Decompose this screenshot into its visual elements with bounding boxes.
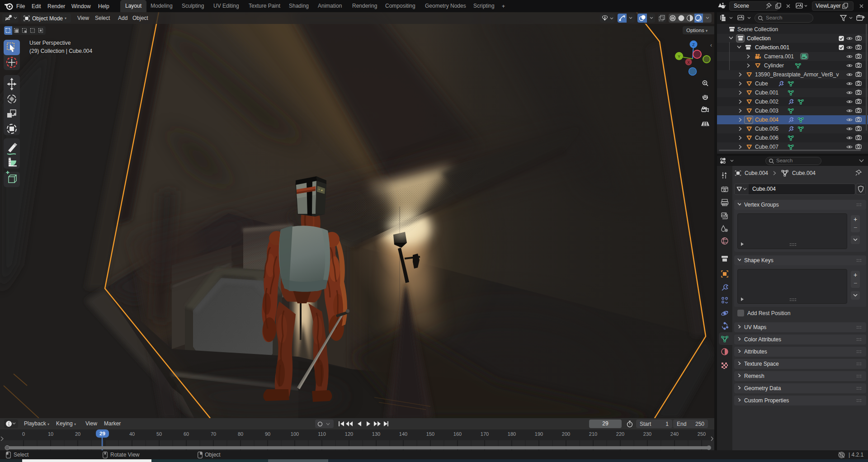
svg-text:200: 200 (562, 431, 570, 437)
svg-text:120: 120 (345, 431, 353, 437)
svg-text:20: 20 (75, 431, 80, 437)
svg-text:180: 180 (508, 431, 516, 437)
svg-text:90: 90 (265, 431, 270, 437)
svg-text:Z: Z (692, 42, 695, 47)
svg-text:190: 190 (535, 431, 543, 437)
svg-text:50: 50 (156, 431, 162, 437)
svg-text:220: 220 (616, 431, 624, 437)
svg-text:60: 60 (184, 431, 189, 437)
svg-text:Y: Y (678, 54, 680, 59)
svg-text:110: 110 (318, 431, 326, 437)
svg-text:230: 230 (643, 431, 651, 437)
svg-text:0: 0 (22, 431, 25, 437)
svg-text:100: 100 (291, 431, 299, 437)
svg-text:250: 250 (698, 431, 706, 437)
svg-text:29: 29 (99, 431, 105, 436)
svg-text:10: 10 (48, 431, 53, 437)
svg-text:170: 170 (481, 431, 489, 437)
svg-text:150: 150 (426, 431, 434, 437)
svg-text:210: 210 (589, 431, 597, 437)
svg-text:130: 130 (372, 431, 380, 437)
svg-text:240: 240 (670, 431, 679, 437)
svg-text:70: 70 (211, 431, 216, 437)
svg-text:160: 160 (453, 431, 462, 437)
svg-text:140: 140 (399, 431, 407, 437)
svg-text:80: 80 (238, 431, 243, 437)
svg-text:X: X (687, 60, 690, 65)
svg-text:40: 40 (129, 431, 135, 437)
